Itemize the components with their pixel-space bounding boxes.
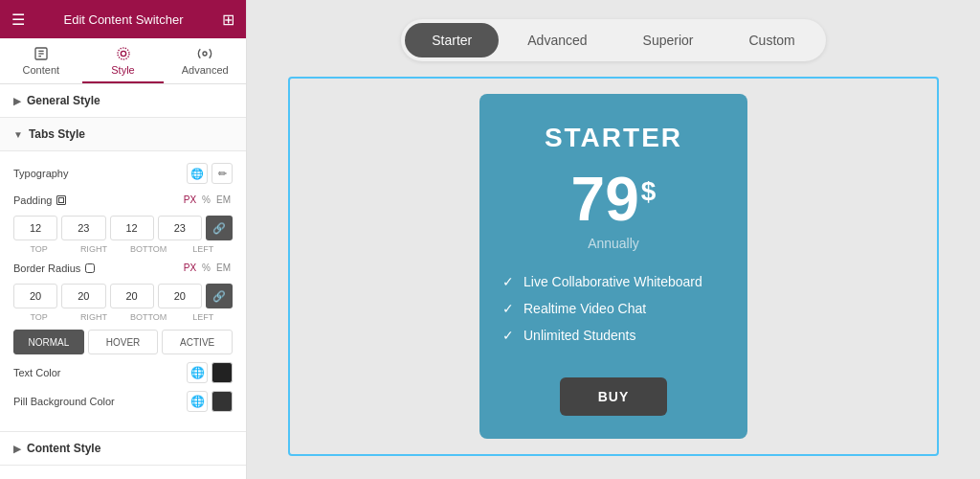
style-icon [116,46,131,61]
right-panel: Starter Advanced Superior Custom STARTER… [247,0,980,479]
border-radius-top-input[interactable] [13,284,57,308]
switcher-tab-custom[interactable]: Custom [722,23,821,57]
text-color-swatch[interactable] [212,362,233,383]
svg-point-6 [203,52,207,56]
content-icon [33,46,49,61]
typography-label: Typography [13,168,68,179]
pill-bg-color-label: Pill Background Color [13,396,115,407]
border-radius-unit-px[interactable]: PX [182,262,198,274]
content-style-header[interactable]: ▶ Content Style [0,432,246,466]
advanced-icon [197,46,212,61]
tab-style[interactable]: Style [82,38,165,83]
left-panel: ☰ Edit Content Switcher ⊞ Content Style … [0,0,247,479]
padding-unit-px[interactable]: PX [182,194,198,206]
text-color-label: Text Color [13,367,61,378]
padding-top-input[interactable] [13,216,57,240]
padding-row: Padding PX % EM [13,194,233,206]
state-buttons: NORMAL HOVER ACTIVE [13,330,233,354]
typography-controls: 🌐 ✏ [187,163,233,184]
padding-right-label: RIGHT [68,244,119,254]
panel-content: ▶ General Style ▼ Tabs Style Typography … [0,84,246,479]
svg-rect-8 [59,197,64,202]
content-style-arrow: ▶ [13,444,21,454]
padding-right-input[interactable] [61,216,105,240]
check-icon-2: ✓ [502,328,514,343]
feature-text-1: Realtime Video Chat [523,301,646,316]
pill-bg-color-global-btn[interactable]: 🌐 [187,391,208,412]
border-radius-unit-em[interactable]: EM [214,262,233,274]
br-bottom-label: BOTTOM [123,312,174,322]
feature-item-2: ✓ Unlimited Students [502,328,724,343]
content-area: STARTER 79 $ Annually ✓ Live Collaborati… [288,77,939,456]
padding-unit-pct[interactable]: % [200,194,212,206]
feature-text-0: Live Collaborative Whiteboard [523,274,702,289]
switcher-tab-advanced[interactable]: Advanced [501,23,613,57]
padding-inputs: 🔗 [13,216,233,240]
text-color-row: Text Color 🌐 [13,362,233,383]
price-period: Annually [588,236,639,251]
tab-advanced[interactable]: Advanced [164,38,246,83]
hamburger-icon[interactable]: ☰ [11,11,25,29]
border-radius-labels: TOP RIGHT BOTTOM LEFT [13,312,233,322]
padding-bottom-label: BOTTOM [123,244,174,254]
switcher-tab-starter[interactable]: Starter [405,23,499,57]
border-radius-link-btn[interactable]: 🔗 [206,284,233,308]
padding-icon [56,194,67,206]
pill-bg-color-swatch[interactable] [212,391,233,412]
border-radius-icon [84,262,96,274]
border-radius-bottom-input[interactable] [110,284,154,308]
grid-icon[interactable]: ⊞ [222,11,234,29]
state-active-btn[interactable]: ACTIVE [162,330,233,354]
tabs-style-arrow: ▼ [13,129,23,140]
padding-units: PX % EM [182,194,233,206]
typography-global-btn[interactable]: 🌐 [187,163,208,184]
svg-rect-7 [57,195,66,204]
text-color-global-btn[interactable]: 🌐 [187,362,208,383]
padding-unit-em[interactable]: EM [214,194,233,206]
pricing-title: STARTER [545,123,682,153]
feature-item-1: ✓ Realtime Video Chat [502,301,724,316]
svg-rect-9 [86,263,95,272]
padding-left-label: LEFT [178,244,229,254]
price-number: 79 [571,169,639,230]
border-radius-label: Border Radius [13,262,96,274]
general-style-header[interactable]: ▶ General Style [0,84,246,118]
panel-header: ☰ Edit Content Switcher ⊞ [0,0,246,38]
switcher-tabs: Starter Advanced Superior Custom [401,19,825,61]
check-icon-1: ✓ [502,301,514,316]
border-radius-left-input[interactable] [158,284,202,308]
svg-point-4 [121,51,125,56]
pricing-price: 79 $ [571,169,657,230]
padding-left-input[interactable] [158,216,202,240]
tabs-style-header[interactable]: ▼ Tabs Style [0,118,246,151]
general-style-arrow: ▶ [13,96,21,106]
border-radius-right-input[interactable] [61,284,105,308]
border-radius-unit-pct[interactable]: % [200,262,212,274]
pill-bg-color-row: Pill Background Color 🌐 [13,391,233,412]
padding-bottom-input[interactable] [110,216,154,240]
feature-list: ✓ Live Collaborative Whiteboard ✓ Realti… [502,274,724,343]
check-icon-0: ✓ [502,274,514,289]
state-normal-btn[interactable]: NORMAL [13,330,84,354]
br-top-label: TOP [13,312,64,322]
border-radius-inputs: 🔗 [13,284,233,308]
br-right-label: RIGHT [68,312,119,322]
br-left-label: LEFT [178,312,229,322]
typography-edit-btn[interactable]: ✏ [212,163,233,184]
padding-label: Padding [13,194,67,206]
feature-item-0: ✓ Live Collaborative Whiteboard [502,274,724,289]
state-hover-btn[interactable]: HOVER [88,330,159,354]
tabs-style-body: Typography 🌐 ✏ Padding PX % EM [0,151,246,432]
svg-point-5 [118,48,129,59]
pricing-card: STARTER 79 $ Annually ✓ Live Collaborati… [479,94,747,439]
tab-content[interactable]: Content [0,38,82,83]
border-radius-units: PX % EM [182,262,233,274]
switcher-tab-superior[interactable]: Superior [616,23,721,57]
padding-link-btn[interactable]: 🔗 [206,216,233,240]
border-radius-row: Border Radius PX % EM [13,262,233,274]
buy-button[interactable]: BUY [560,377,668,416]
price-currency: $ [641,178,657,205]
pill-bg-color-controls: 🌐 [187,391,233,412]
panel-header-title: Edit Content Switcher [63,12,183,27]
padding-top-label: TOP [13,244,64,254]
